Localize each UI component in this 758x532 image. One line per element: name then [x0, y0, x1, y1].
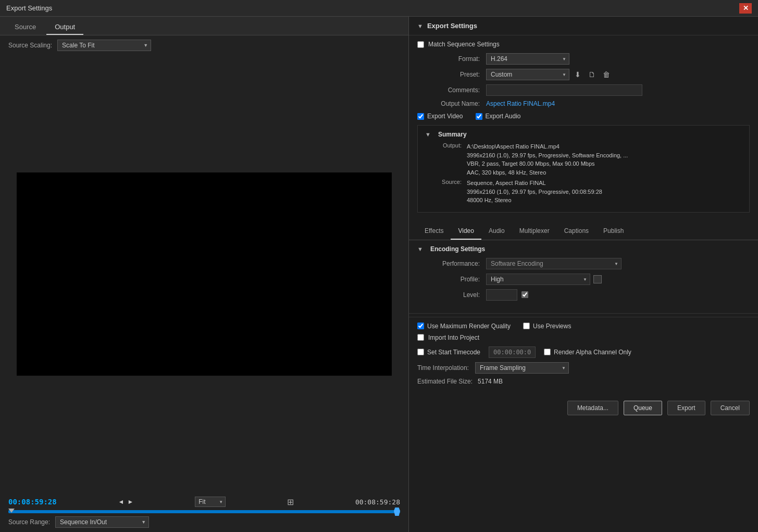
source-scaling-select[interactable]: Scale To Fit Scale To Fill Stretch To Fi…: [57, 40, 151, 51]
source-scaling-select-wrapper: Scale To Fit Scale To Fill Stretch To Fi…: [57, 40, 151, 51]
performance-select-wrapper: Software Encoding Hardware Encoding: [486, 258, 622, 269]
format-select[interactable]: H.264 H.265 MPEG2 QuickTime: [486, 53, 569, 65]
time-interpolation-select[interactable]: Frame Sampling Frame Blending Optical Fl…: [475, 362, 569, 374]
performance-row: Performance: Software Encoding Hardware …: [417, 258, 750, 269]
preset-save-btn[interactable]: ⬇: [573, 69, 583, 80]
summary-output-line1: A:\Desktop\Aspect Ratio FINAL.mp4: [467, 142, 628, 151]
progress-end-marker: [394, 508, 400, 516]
profile-select[interactable]: High Main Baseline: [486, 274, 590, 285]
export-settings-title: Export Settings: [427, 22, 477, 30]
progress-bar[interactable]: [8, 510, 400, 513]
file-size-value: 5174 MB: [478, 378, 503, 385]
close-button[interactable]: ✕: [739, 3, 752, 14]
summary-output-values: A:\Desktop\Aspect Ratio FINAL.mp4 3996x2…: [467, 142, 628, 177]
tab-effects[interactable]: Effects: [417, 223, 451, 240]
time-interpolation-row: Time Interpolation: Frame Sampling Frame…: [417, 362, 750, 374]
start-timecode-input[interactable]: [489, 347, 536, 358]
performance-label: Performance:: [417, 260, 480, 267]
import-into-project-checkbox[interactable]: [417, 334, 424, 341]
use-previews-group: Use Previews: [523, 323, 571, 330]
left-panel: Source Output Source Scaling: Scale To F…: [0, 17, 409, 532]
time-interpolation-select-wrapper: Frame Sampling Frame Blending Optical Fl…: [475, 362, 569, 374]
summary-output-line4: AAC, 320 kbps, 48 kHz, Stereo: [467, 168, 628, 177]
tab-multiplexer[interactable]: Multiplexer: [512, 223, 557, 240]
right-panel: ▼ Export Settings Match Sequence Setting…: [409, 17, 758, 532]
progress-start-marker: [8, 509, 15, 513]
tab-publish[interactable]: Publish: [596, 223, 631, 240]
format-select-wrapper: H.264 H.265 MPEG2 QuickTime: [486, 53, 569, 65]
profile-square-icon[interactable]: [593, 275, 602, 283]
preset-select[interactable]: Custom: [486, 69, 569, 80]
level-input[interactable]: 5.2: [486, 289, 517, 301]
summary-collapse-icon[interactable]: ▼: [425, 131, 431, 138]
cancel-button[interactable]: Cancel: [711, 401, 750, 415]
source-range-select[interactable]: Sequence In/Out Entire Sequence Work Are…: [55, 516, 149, 528]
summary-source-label: Source:: [425, 179, 462, 205]
export-video-group: Export Video: [417, 113, 463, 120]
prev-frame-btn[interactable]: ◄: [118, 498, 125, 505]
time-interpolation-label: Time Interpolation:: [417, 364, 469, 372]
comments-input[interactable]: [486, 84, 642, 96]
tab-video[interactable]: Video: [451, 223, 481, 240]
summary-source-values: Sequence, Aspect Ratio FINAL 3996x2160 (…: [467, 179, 602, 205]
export-button[interactable]: Export: [667, 401, 705, 415]
summary-section: ▼ Summary Output: A:\Desktop\Aspect Rati…: [417, 125, 750, 213]
dialog-title: Export Settings: [6, 4, 52, 12]
export-audio-checkbox[interactable]: [476, 113, 482, 120]
preset-import-btn[interactable]: 🗋: [586, 69, 598, 80]
level-checkbox[interactable]: [521, 291, 528, 298]
render-alpha-checkbox[interactable]: [544, 349, 551, 355]
format-label: Format:: [417, 55, 480, 63]
left-panel-tabs: Source Output: [0, 17, 408, 35]
encoding-collapse-icon[interactable]: ▼: [417, 246, 423, 252]
use-previews-checkbox[interactable]: [523, 323, 530, 329]
use-previews-label: Use Previews: [533, 323, 571, 330]
set-start-timecode-group: Set Start Timecode: [417, 349, 480, 356]
queue-button[interactable]: Queue: [624, 401, 662, 415]
max-render-checkbox[interactable]: [417, 323, 424, 329]
total-timecode: 00:08:59:28: [355, 498, 400, 506]
tab-source[interactable]: Source: [6, 20, 44, 35]
performance-select[interactable]: Software Encoding Hardware Encoding: [486, 258, 622, 269]
export-audio-label: Export Audio: [486, 113, 521, 120]
summary-output-label: Output:: [425, 142, 462, 177]
source-range-label: Source Range:: [8, 518, 50, 526]
timeline-area: 00:08:59:28 ◄ ► Fit 25% 50% 75% 100% ⊞ 0…: [0, 492, 408, 532]
transport-buttons: ◄ ►: [118, 498, 134, 505]
fit-select[interactable]: Fit 25% 50% 75% 100%: [195, 497, 226, 507]
output-name-link[interactable]: Aspect Ratio FINAL.mp4: [486, 100, 555, 107]
output-name-row: Output Name: Aspect Ratio FINAL.mp4: [417, 100, 750, 107]
max-render-group: Use Maximum Render Quality: [417, 323, 511, 330]
export-video-checkbox[interactable]: [417, 113, 424, 120]
preset-delete-btn[interactable]: 🗑: [601, 69, 612, 80]
match-sequence-label: Match Sequence Settings: [428, 41, 500, 48]
preset-label: Preset:: [417, 71, 480, 78]
set-start-timecode-label: Set Start Timecode: [427, 349, 480, 356]
export-settings-header: ▼ Export Settings: [409, 17, 758, 35]
profile-select-wrapper: High Main Baseline: [486, 274, 590, 285]
render-alpha-label: Render Alpha Channel Only: [554, 349, 631, 356]
summary-source-line3: 48000 Hz, Stereo: [467, 196, 602, 205]
preset-controls: Custom ⬇ 🗋 🗑: [486, 69, 612, 80]
match-sequence-row: Match Sequence Settings: [417, 41, 750, 48]
max-render-label: Use Maximum Render Quality: [427, 323, 511, 330]
tab-captions[interactable]: Captions: [557, 223, 596, 240]
summary-output-line2: 3996x2160 (1.0), 29.97 fps, Progressive,…: [467, 151, 628, 160]
render-alpha-group: Render Alpha Channel Only: [544, 349, 631, 356]
metadata-button[interactable]: Metadata...: [567, 401, 618, 415]
video-preview: [17, 172, 392, 376]
bottom-options: Use Maximum Render Quality Use Previews …: [409, 317, 758, 397]
preset-row: Preset: Custom ⬇ 🗋 🗑: [417, 69, 750, 80]
current-timecode[interactable]: 00:08:59:28: [8, 498, 57, 506]
level-row: Level: 5.2: [417, 289, 750, 301]
next-frame-btn[interactable]: ►: [127, 498, 133, 505]
match-sequence-checkbox[interactable]: [417, 41, 424, 48]
set-start-timecode-checkbox[interactable]: [417, 349, 424, 355]
main-container: Source Output Source Scaling: Scale To F…: [0, 17, 758, 532]
tab-audio[interactable]: Audio: [481, 223, 512, 240]
export-checkboxes-row: Export Video Export Audio: [417, 113, 750, 120]
encoding-settings-header: ▼ Encoding Settings: [417, 245, 750, 253]
comments-row: Comments:: [417, 84, 750, 96]
tab-output[interactable]: Output: [46, 20, 83, 35]
collapse-icon[interactable]: ▼: [417, 23, 423, 29]
